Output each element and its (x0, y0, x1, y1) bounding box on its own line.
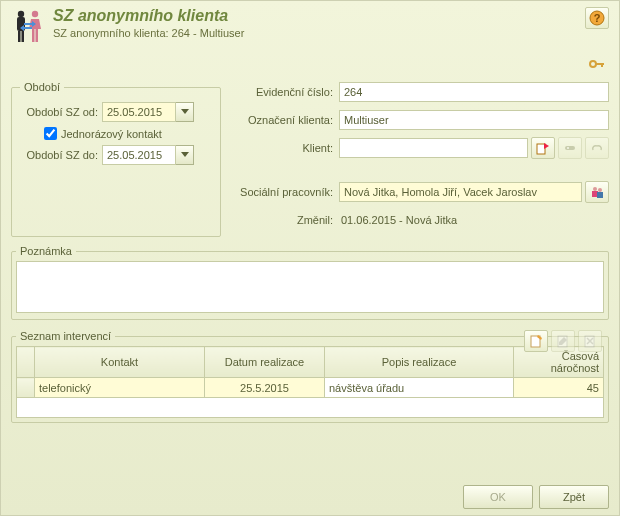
oznaceni-label: Označení klienta: (229, 114, 339, 126)
period-to-dropdown[interactable] (176, 145, 194, 165)
svg-point-0 (18, 11, 24, 17)
row-handle[interactable] (17, 378, 35, 398)
interventions-fieldset: Seznam intervencí Kontakt Datum realizac… (11, 330, 609, 423)
ok-button: OK (463, 485, 533, 509)
cell-cas[interactable]: 45 (514, 378, 604, 398)
help-button[interactable]: ? (585, 7, 609, 29)
period-from-dropdown[interactable] (176, 102, 194, 122)
footer-buttons: OK Zpět (463, 485, 609, 509)
col-kontakt[interactable]: Kontakt (35, 347, 205, 378)
period-fieldset: Období Období SZ od: Jednorázový kontakt… (11, 81, 221, 237)
svg-point-17 (598, 188, 602, 192)
note-textarea[interactable] (16, 261, 604, 313)
zmenil-label: Změnil: (229, 214, 339, 226)
svg-rect-13 (565, 146, 575, 150)
cell-popis[interactable]: návštěva úřadu (325, 378, 514, 398)
pracovnik-label: Sociální pracovník: (229, 186, 339, 198)
interventions-legend: Seznam intervencí (16, 330, 115, 342)
zmenil-value: 01.06.2015 - Nová Jitka (339, 214, 457, 226)
intervention-edit-button (551, 330, 575, 352)
table-row[interactable]: telefonický 25.5.2015 návštěva úřadu 45 (17, 378, 604, 398)
intervention-delete-button (578, 330, 602, 352)
svg-rect-11 (601, 63, 603, 67)
single-contact-label: Jednorázový kontakt (61, 128, 162, 140)
page-subtitle: SZ anonymního klienta: 264 - Multiuser (53, 27, 585, 39)
main-form: Evidenční číslo: Označení klienta: Klien… (229, 81, 609, 237)
svg-rect-5 (32, 29, 35, 42)
svg-rect-2 (18, 31, 21, 42)
period-from-label: Období SZ od: (20, 106, 102, 118)
people-exchange-icon (11, 7, 45, 47)
klient-link-button (585, 137, 609, 159)
period-legend: Období (20, 81, 64, 93)
svg-point-4 (32, 11, 38, 17)
page-title: SZ anonymního klienta (53, 7, 585, 25)
evidence-field[interactable] (339, 82, 609, 102)
svg-point-14 (567, 147, 569, 149)
note-fieldset: Poznámka (11, 245, 609, 320)
svg-point-15 (593, 187, 597, 191)
cell-kontakt[interactable]: telefonický (35, 378, 205, 398)
svg-text:?: ? (594, 12, 601, 24)
intervention-add-button[interactable] (524, 330, 548, 352)
back-button[interactable]: Zpět (539, 485, 609, 509)
dialog-window: SZ anonymního klienta SZ anonymního klie… (0, 0, 620, 516)
period-to-label: Období SZ do: (20, 149, 102, 161)
header: SZ anonymního klienta SZ anonymního klie… (1, 1, 619, 55)
svg-rect-3 (22, 31, 25, 42)
key-button[interactable] (587, 55, 607, 73)
period-to-input[interactable] (102, 145, 176, 165)
svg-rect-12 (537, 144, 545, 154)
period-from-input[interactable] (102, 102, 176, 122)
cell-datum[interactable]: 25.5.2015 (205, 378, 325, 398)
oznaceni-field[interactable] (339, 110, 609, 130)
interventions-table[interactable]: Kontakt Datum realizace Popis realizace … (16, 346, 604, 418)
table-empty-area (17, 398, 604, 418)
klient-field[interactable] (339, 138, 528, 158)
row-header-col (17, 347, 35, 378)
single-contact-checkbox[interactable] (44, 127, 57, 140)
klient-pick-button[interactable] (531, 137, 555, 159)
klient-config-button (558, 137, 582, 159)
pracovnik-pick-button[interactable] (585, 181, 609, 203)
klient-label: Klient: (229, 142, 339, 154)
svg-rect-6 (36, 29, 39, 42)
evidence-label: Evidenční číslo: (229, 86, 339, 98)
col-datum[interactable]: Datum realizace (205, 347, 325, 378)
svg-rect-18 (597, 192, 603, 198)
col-popis[interactable]: Popis realizace (325, 347, 514, 378)
table-header-row: Kontakt Datum realizace Popis realizace … (17, 347, 604, 378)
pracovnik-field[interactable] (339, 182, 582, 202)
note-legend: Poznámka (16, 245, 76, 257)
